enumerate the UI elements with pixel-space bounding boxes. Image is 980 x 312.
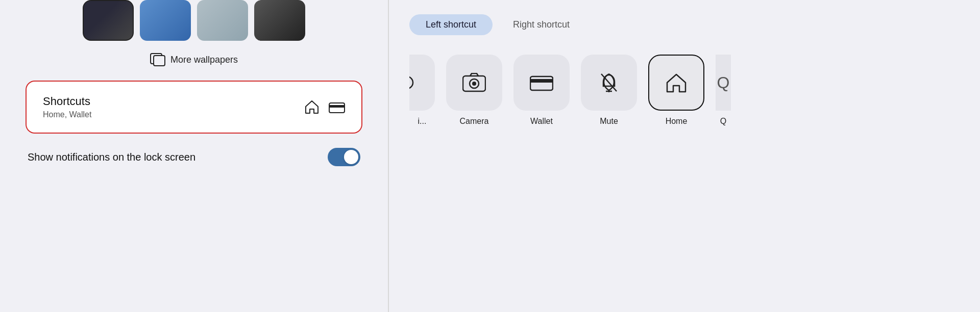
partial-label: i... [418, 117, 427, 126]
partial-icon-box [409, 55, 435, 111]
shortcut-items-row: i... Camera Wallet [409, 55, 960, 126]
shortcuts-icons [304, 100, 345, 114]
svg-point-8 [472, 82, 476, 86]
shortcuts-box[interactable]: Shortcuts Home, Wallet [26, 81, 362, 134]
tab-left-shortcut[interactable]: Left shortcut [409, 14, 493, 35]
wallpaper-thumbnails [83, 0, 305, 41]
shortcut-item-partial[interactable]: i... [409, 55, 435, 126]
wallet-label: Wallet [530, 117, 553, 126]
more-wallpapers-button[interactable]: More wallpapers [145, 50, 243, 69]
shortcut-tabs: Left shortcut Right shortcut [409, 14, 960, 35]
camera-label: Camera [460, 117, 489, 126]
shortcut-item-wallet[interactable]: Wallet [513, 55, 570, 126]
right-panel: Left shortcut Right shortcut i... [389, 0, 980, 312]
wallpaper-thumb-3[interactable] [197, 0, 248, 41]
notifications-toggle[interactable] [328, 148, 360, 166]
q-icon-box: Q [716, 55, 731, 111]
wallet-icon-box [513, 55, 570, 111]
svg-rect-3 [329, 105, 345, 108]
more-wallpapers-icon [150, 53, 165, 66]
wallet-shortcut-icon [329, 101, 345, 113]
shortcuts-text: Shortcuts Home, Wallet [43, 95, 91, 119]
shortcut-item-camera[interactable]: Camera [446, 55, 502, 126]
home-shortcut-icon [304, 100, 320, 114]
wallpaper-thumb-4[interactable] [254, 0, 305, 41]
shortcut-item-home[interactable]: Home [648, 55, 704, 126]
tab-right-shortcut[interactable]: Right shortcut [497, 14, 586, 35]
svg-point-4 [409, 76, 413, 89]
svg-rect-1 [154, 56, 165, 66]
q-label: Q [720, 117, 726, 126]
wallpaper-thumb-1[interactable] [83, 0, 134, 41]
shortcuts-subtitle: Home, Wallet [43, 110, 91, 119]
mute-icon-box [581, 55, 637, 111]
notifications-row: Show notifications on the lock screen [26, 148, 362, 166]
home-icon-box [648, 55, 704, 111]
shortcut-item-mute[interactable]: Mute [581, 55, 637, 126]
shortcut-item-q[interactable]: Q Q [716, 55, 731, 126]
svg-rect-9 [530, 76, 553, 90]
home-label: Home [666, 117, 688, 126]
mute-label: Mute [600, 117, 618, 126]
left-panel: More wallpapers Shortcuts Home, Wallet [0, 0, 388, 312]
shortcuts-title: Shortcuts [43, 95, 91, 108]
more-wallpapers-label: More wallpapers [170, 55, 238, 65]
notifications-label: Show notifications on the lock screen [28, 150, 195, 164]
toggle-thumb [344, 150, 358, 164]
camera-icon-box [446, 55, 502, 111]
wallpaper-thumb-2[interactable] [140, 0, 191, 41]
svg-rect-2 [329, 103, 345, 113]
svg-rect-10 [530, 79, 553, 83]
